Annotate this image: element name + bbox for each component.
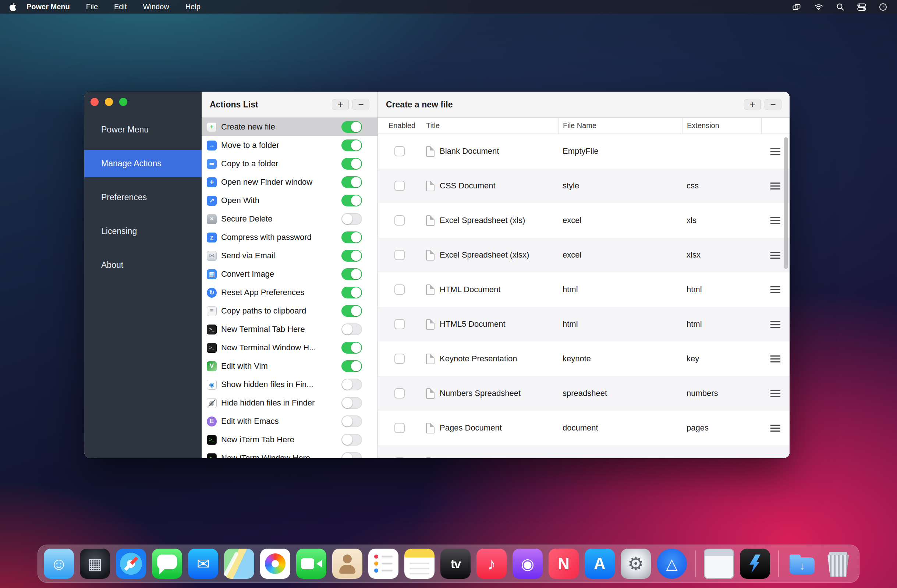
app-menu-title[interactable]: Power Menu bbox=[26, 3, 70, 11]
dock-launchpad-icon[interactable] bbox=[80, 549, 110, 579]
enabled-checkbox[interactable] bbox=[394, 285, 405, 295]
dock-tv-icon[interactable] bbox=[441, 549, 471, 579]
dock-power-menu-icon[interactable] bbox=[657, 549, 687, 579]
enabled-checkbox[interactable] bbox=[394, 423, 405, 433]
action-row[interactable]: Create new file bbox=[202, 118, 378, 136]
clock-icon[interactable] bbox=[879, 3, 888, 11]
action-toggle[interactable] bbox=[341, 452, 362, 458]
action-row[interactable]: Compress with password bbox=[202, 228, 378, 247]
menu-edit[interactable]: Edit bbox=[114, 3, 127, 11]
menu-file[interactable]: File bbox=[86, 3, 98, 11]
enabled-checkbox[interactable] bbox=[394, 181, 405, 191]
window-stack-icon[interactable] bbox=[792, 3, 801, 11]
action-toggle[interactable] bbox=[341, 268, 362, 280]
action-row[interactable]: New Terminal Tab Here bbox=[202, 320, 378, 338]
dock-mail-icon[interactable] bbox=[188, 549, 218, 579]
enabled-checkbox[interactable] bbox=[394, 146, 405, 156]
row-options-icon[interactable] bbox=[770, 321, 781, 328]
action-toggle[interactable] bbox=[341, 434, 362, 446]
action-toggle[interactable] bbox=[341, 158, 362, 170]
action-toggle[interactable] bbox=[341, 323, 362, 335]
action-toggle[interactable] bbox=[341, 342, 362, 354]
action-row[interactable]: New Terminal Window H... bbox=[202, 338, 378, 357]
dock-reminders-icon[interactable] bbox=[368, 549, 398, 579]
row-options-icon[interactable] bbox=[770, 425, 781, 432]
row-options-icon[interactable] bbox=[770, 182, 781, 190]
sidebar-item-preferences[interactable]: Preferences bbox=[84, 184, 202, 211]
enabled-checkbox[interactable] bbox=[394, 250, 405, 260]
action-toggle[interactable] bbox=[341, 139, 362, 151]
dock-news-icon[interactable] bbox=[549, 549, 579, 579]
action-row[interactable]: New iTerm Tab Here bbox=[202, 430, 378, 449]
action-row[interactable]: Send via Email bbox=[202, 247, 378, 265]
action-toggle[interactable] bbox=[341, 121, 362, 133]
column-header-file-name[interactable]: File Name bbox=[558, 118, 682, 133]
row-options-icon[interactable] bbox=[770, 217, 781, 224]
dock-system-preferences-icon[interactable] bbox=[621, 549, 651, 579]
dock-downloads-icon[interactable] bbox=[787, 549, 817, 579]
column-header-title[interactable]: Title bbox=[421, 118, 558, 133]
column-header-enabled[interactable]: Enabled bbox=[378, 118, 421, 133]
dock-podcasts-icon[interactable] bbox=[513, 549, 543, 579]
action-toggle[interactable] bbox=[341, 379, 362, 390]
dock-notes-icon[interactable] bbox=[404, 549, 435, 579]
action-row[interactable]: Copy to a folder bbox=[202, 155, 378, 173]
action-row[interactable]: New iTerm Window Here bbox=[202, 449, 378, 458]
dock-messages-icon[interactable] bbox=[152, 549, 182, 579]
action-row[interactable]: Edit with Emacs bbox=[202, 412, 378, 430]
sidebar-item-manage-actions[interactable]: Manage Actions bbox=[84, 150, 202, 178]
enabled-checkbox[interactable] bbox=[394, 215, 405, 225]
dock-finder-icon[interactable] bbox=[44, 549, 74, 579]
close-button[interactable] bbox=[90, 98, 99, 106]
dock-lightning-app-icon[interactable] bbox=[740, 549, 770, 579]
row-options-icon[interactable] bbox=[770, 390, 781, 397]
apple-menu-icon[interactable] bbox=[9, 3, 16, 11]
dock-maps-icon[interactable] bbox=[224, 549, 254, 579]
row-options-icon[interactable] bbox=[770, 286, 781, 293]
sidebar-item-about[interactable]: About bbox=[84, 251, 202, 279]
enabled-checkbox[interactable] bbox=[394, 354, 405, 364]
remove-file-button[interactable]: − bbox=[765, 99, 781, 110]
wifi-icon[interactable] bbox=[814, 3, 824, 11]
enabled-checkbox[interactable] bbox=[394, 457, 405, 458]
action-toggle[interactable] bbox=[341, 415, 362, 427]
search-icon[interactable] bbox=[836, 3, 845, 11]
menu-window[interactable]: Window bbox=[143, 3, 169, 11]
menu-help[interactable]: Help bbox=[185, 3, 201, 11]
remove-action-button[interactable]: − bbox=[352, 99, 369, 110]
vertical-scrollbar[interactable] bbox=[784, 137, 788, 269]
action-row[interactable]: Secure Delete bbox=[202, 210, 378, 228]
action-row[interactable]: Show hidden files in Fin... bbox=[202, 375, 378, 394]
action-toggle[interactable] bbox=[341, 286, 362, 299]
sidebar-item-licensing[interactable]: Licensing bbox=[84, 217, 202, 245]
dock-window-preview-icon[interactable] bbox=[704, 549, 734, 579]
action-row[interactable]: Copy paths to clipboard bbox=[202, 302, 378, 320]
action-toggle[interactable] bbox=[341, 250, 362, 262]
dock-music-icon[interactable] bbox=[476, 549, 507, 579]
action-toggle[interactable] bbox=[341, 231, 362, 243]
action-toggle[interactable] bbox=[341, 213, 362, 225]
add-action-button[interactable]: + bbox=[332, 99, 349, 110]
minimize-button[interactable] bbox=[105, 98, 113, 106]
dock-app-store-icon[interactable] bbox=[585, 549, 615, 579]
action-row[interactable]: Hide hidden files in Finder bbox=[202, 394, 378, 412]
action-row[interactable]: Open new Finder window bbox=[202, 173, 378, 191]
sidebar-item-power-menu[interactable]: Power Menu bbox=[84, 116, 202, 144]
action-row[interactable]: Reset App Preferences bbox=[202, 283, 378, 302]
dock-safari-icon[interactable] bbox=[116, 549, 146, 579]
row-options-icon[interactable] bbox=[770, 355, 781, 363]
action-row[interactable]: Convert Image bbox=[202, 265, 378, 283]
dock-contacts-icon[interactable] bbox=[332, 549, 363, 579]
action-toggle[interactable] bbox=[341, 305, 362, 317]
dock-photos-icon[interactable] bbox=[260, 549, 290, 579]
dock-trash-icon[interactable] bbox=[823, 549, 853, 579]
row-options-icon[interactable] bbox=[770, 252, 781, 259]
dock-facetime-icon[interactable] bbox=[296, 549, 326, 579]
zoom-button[interactable] bbox=[119, 98, 127, 106]
add-file-button[interactable]: + bbox=[744, 99, 761, 110]
control-center-icon[interactable] bbox=[857, 3, 866, 11]
enabled-checkbox[interactable] bbox=[394, 319, 405, 329]
action-row[interactable]: Open With bbox=[202, 191, 378, 210]
action-toggle[interactable] bbox=[341, 397, 362, 409]
enabled-checkbox[interactable] bbox=[394, 388, 405, 398]
